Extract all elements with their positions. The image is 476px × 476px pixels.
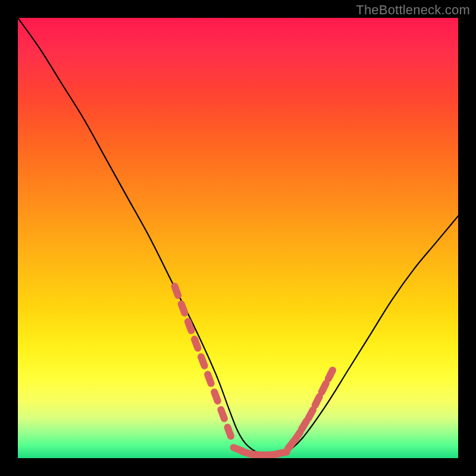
marker-pill (315, 397, 320, 405)
marker-pill (277, 452, 287, 454)
marker-pill (195, 339, 198, 348)
plot-area (18, 18, 458, 458)
marker-pill (302, 421, 306, 430)
marker-pill (295, 432, 300, 440)
marker-pill (175, 286, 178, 295)
marker-pill (208, 374, 211, 383)
marker-pill (221, 410, 224, 419)
marker-pill (214, 392, 218, 401)
watermark-text: TheBottleneck.com (356, 2, 470, 18)
marker-pill (188, 322, 192, 331)
marker-pill (227, 427, 231, 436)
marker-pill (328, 370, 333, 378)
curve-layer (18, 18, 458, 458)
marker-pill (181, 304, 185, 313)
marker-pill (322, 383, 326, 392)
marker-pill (201, 357, 205, 366)
marker-pill (308, 410, 313, 418)
bottleneck-curve (18, 18, 458, 456)
chart-stage: TheBottleneck.com (0, 0, 476, 476)
